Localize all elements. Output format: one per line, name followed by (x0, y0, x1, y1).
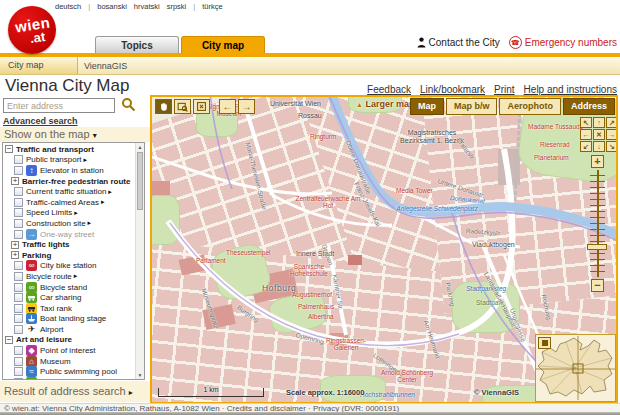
scroll-up-icon[interactable]: ▲ (136, 144, 144, 150)
submenu-arrow-icon[interactable]: ▸ (108, 188, 112, 196)
tree-item-city-bike-station[interactable]: ∞City bike station (3, 261, 136, 272)
tree-item-bicycle-route[interactable]: Bicycle route▸ (3, 271, 136, 282)
tree-item-museum[interactable]: ⌂Museum (3, 356, 136, 367)
tree-item-public-swimming-pool[interactable]: ≈Public swimming pool (3, 366, 136, 377)
pan-w-button[interactable]: ← (580, 129, 592, 140)
tree-item-current-traffic-situation[interactable]: Current traffic situation▸ (3, 186, 136, 197)
pan-center-button[interactable]: ✕ (593, 129, 605, 140)
link-link-bookmark[interactable]: Link/bookmark (420, 84, 485, 95)
checkbox[interactable] (14, 230, 23, 239)
tree-item-boat-landing-stage[interactable]: Boat landing stage (3, 314, 136, 325)
checkbox[interactable] (14, 283, 23, 292)
scrollbar-thumb[interactable] (137, 152, 143, 210)
full-extent-button[interactable] (193, 99, 210, 114)
tree-group-traffic-lights[interactable]: +Traffic lights (3, 239, 136, 250)
zoom-in-button[interactable]: + (591, 155, 604, 168)
tab-topics[interactable]: Topics (95, 36, 179, 53)
wien-at-logo[interactable]: wien .at (8, 6, 56, 54)
language-link-srpski[interactable]: srpski (167, 2, 187, 11)
pan-sw-button[interactable]: ↙ (580, 141, 592, 152)
language-link-hrvatski[interactable]: hrvatski (134, 2, 160, 11)
checkbox[interactable] (14, 346, 23, 355)
tree-item-elevator-in-station[interactable]: ↕Elevator in station (3, 165, 136, 176)
tree-item-public-transport[interactable]: Public transport▸ (3, 155, 136, 166)
back-button[interactable]: ← (219, 99, 236, 114)
map-canvas[interactable]: Sigmund Freud MuseumUniversität WienRoss… (152, 97, 616, 402)
checkbox[interactable] (14, 367, 23, 376)
zoom-box-button[interactable] (174, 99, 191, 114)
link-print[interactable]: Print (494, 84, 515, 95)
language-link-deutsch[interactable]: deutsch (55, 2, 81, 11)
checkbox[interactable] (14, 261, 23, 270)
subtab-city-map[interactable]: City map (0, 57, 78, 74)
link-help-and-instructions[interactable]: Help and instructions (524, 84, 617, 95)
pan-e-button[interactable]: → (606, 129, 616, 140)
tab-city-map[interactable]: City map (181, 36, 265, 53)
view-button-aerophoto[interactable]: Aerophoto (499, 98, 561, 115)
tree-item-park[interactable]: ♣Park (3, 377, 136, 380)
overview-toggle-button[interactable] (538, 337, 551, 349)
pan-tool-button[interactable] (155, 99, 172, 114)
submenu-arrow-icon[interactable]: ▸ (74, 209, 78, 217)
search-input[interactable] (3, 98, 115, 113)
pan-ne-button[interactable]: ↗ (606, 117, 616, 128)
tree-item-car-sharing[interactable]: Car sharing (3, 292, 136, 303)
show-on-map-header[interactable]: Show on the map ▾ (0, 127, 152, 142)
checkbox[interactable] (14, 357, 23, 366)
checkbox[interactable] (14, 208, 23, 217)
tree-item-one-way-street[interactable]: →One-way street (3, 229, 136, 240)
tree-item-airport[interactable]: ✈Airport (3, 324, 136, 335)
tree-item-traffic-calmed-areas[interactable]: Traffic-calmed Areas▸ (3, 197, 136, 208)
checkbox[interactable] (14, 304, 23, 313)
tree-item-point-of-interest[interactable]: ◆Point of interest (3, 345, 136, 356)
tree-group-barrier-free-pedestrian-route[interactable]: +Barrier-free pedestrian route (3, 176, 136, 187)
language-link-bosanski[interactable]: bosanski (97, 2, 127, 11)
view-button-map-b-w[interactable]: Map b/w (446, 98, 498, 115)
submenu-arrow-icon[interactable]: ▸ (88, 219, 92, 227)
overview-map[interactable] (535, 334, 616, 402)
scroll-down-icon[interactable]: ▼ (136, 372, 144, 378)
tree-group-art-and-leisure[interactable]: −Art and leisure (3, 335, 136, 346)
expand-icon[interactable]: + (11, 241, 19, 249)
tree-item-taxi-rank[interactable]: Taxi rank (3, 303, 136, 314)
larger-map-link[interactable]: ▲ Larger map (356, 99, 414, 109)
submenu-arrow-icon[interactable]: ▸ (74, 272, 78, 280)
forward-button[interactable]: → (238, 99, 255, 114)
checkbox[interactable] (14, 293, 23, 302)
tree-item-construction-site[interactable]: Construction site▸ (3, 218, 136, 229)
emergency-numbers-link[interactable]: ☎ Emergency numbers (509, 36, 617, 49)
tree-scrollbar[interactable]: ▲ ▼ (135, 143, 144, 379)
tree-item-speed-limits[interactable]: Speed Limits▸ (3, 208, 136, 219)
pan-se-button[interactable]: ↘ (606, 141, 616, 152)
zoom-out-button[interactable]: − (591, 279, 604, 292)
language-link-türkçe[interactable]: türkçe (202, 2, 222, 11)
checkbox[interactable] (14, 187, 23, 196)
submenu-arrow-icon[interactable]: ▸ (84, 156, 88, 164)
expand-icon[interactable]: + (11, 251, 19, 259)
tree-group-traffic-and-transport[interactable]: −Traffic and transport (3, 144, 136, 155)
subtab-viennagis[interactable]: ViennaGIS (84, 59, 127, 73)
advanced-search-link[interactable]: Advanced search (3, 116, 78, 126)
checkbox[interactable] (14, 166, 23, 175)
checkbox[interactable] (14, 314, 23, 323)
checkbox[interactable] (14, 378, 23, 380)
checkbox[interactable] (14, 272, 23, 281)
checkbox[interactable] (14, 219, 23, 228)
map-viewport[interactable]: Sigmund Freud MuseumUniversität WienRoss… (150, 95, 618, 404)
pan-nw-button[interactable]: ↖ (580, 117, 592, 128)
zoom-slider-track[interactable] (590, 170, 605, 277)
search-icon[interactable] (121, 97, 136, 112)
view-button-map[interactable]: Map (410, 98, 444, 115)
link-feedback[interactable]: Feedback (367, 84, 411, 95)
contact-the-city-link[interactable]: Contact the City (417, 37, 500, 48)
pan-s-button[interactable]: ↓ (593, 141, 605, 152)
result-of-address-search-header[interactable]: Result of address search ▸ (0, 381, 152, 402)
zoom-slider-handle[interactable] (587, 244, 607, 250)
tree-group-parking[interactable]: +Parking (3, 250, 136, 261)
view-button-address[interactable]: Address (563, 98, 615, 115)
pan-n-button[interactable]: ↑ (593, 117, 605, 128)
submenu-arrow-icon[interactable]: ▸ (101, 198, 105, 206)
collapse-icon[interactable]: − (5, 145, 13, 153)
checkbox[interactable] (14, 325, 23, 334)
expand-icon[interactable]: + (11, 177, 19, 185)
